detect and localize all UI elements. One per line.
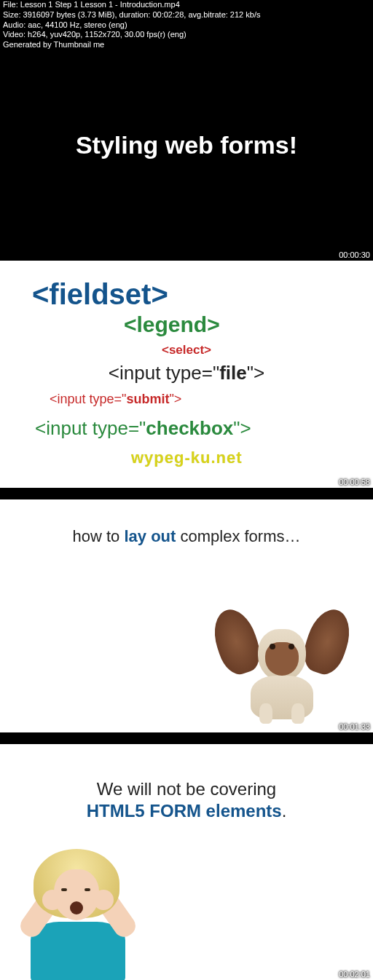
frame-gap-2 xyxy=(0,732,373,744)
meta-size: Size: 3916097 bytes (3.73 MiB), duration… xyxy=(3,10,260,20)
thumbnail-frame-3: how to lay out complex forms… 00:01:33 xyxy=(0,499,373,732)
thumbnail-frame-4: We will not be covering HTML5 FORM eleme… xyxy=(0,744,373,980)
dog-image xyxy=(220,609,344,725)
woman-hand-left xyxy=(42,890,63,910)
dog-ear-left xyxy=(207,604,265,679)
code-file-post: "> xyxy=(247,362,264,384)
layout-text: how to lay out complex forms… xyxy=(15,527,358,546)
code-submit-bold: submit xyxy=(126,392,169,406)
woman-eye-right xyxy=(85,888,90,891)
thumbnail-frame-2: <fieldset> <legend> <select> <input type… xyxy=(0,261,373,488)
slide-title: Styling web forms! xyxy=(76,131,297,159)
dog-ear-right xyxy=(298,604,356,679)
layout-post: complex forms… xyxy=(176,527,300,545)
woman-mouth xyxy=(70,901,83,914)
woman-image xyxy=(9,849,147,980)
dog-eyes xyxy=(267,644,297,651)
notcover-line1: We will not be covering xyxy=(15,779,358,799)
code-checkbox-post: "> xyxy=(233,417,251,439)
notcover-line2: HTML5 FORM elements. xyxy=(15,801,358,821)
code-select: <select> xyxy=(15,343,358,357)
code-checkbox-bold: checkbox xyxy=(146,417,233,439)
meta-audio: Audio: aac, 44100 Hz, stereo (eng) xyxy=(3,20,260,31)
code-fieldset: <fieldset> xyxy=(32,278,358,311)
code-file-pre: <input type=" xyxy=(109,362,219,384)
meta-video: Video: h264, yuv420p, 1152x720, 30.00 fp… xyxy=(3,30,260,40)
code-file-bold: file xyxy=(219,362,247,384)
code-checkbox-pre: <input type=" xyxy=(35,417,146,439)
timestamp-3: 00:01:33 xyxy=(339,722,370,731)
code-input-checkbox: <input type="checkbox"> xyxy=(35,417,358,440)
layout-bold: lay out xyxy=(124,527,176,545)
woman-eye-left xyxy=(61,888,67,891)
meta-file: File: Lesson 1 Step 1 Lesson 1 - Introdu… xyxy=(3,0,260,10)
timestamp-2: 00:00:58 xyxy=(339,478,370,486)
meta-generated: Generated by Thumbnail me xyxy=(3,40,260,50)
dog-body xyxy=(251,676,313,719)
code-submit-post: "> xyxy=(169,392,181,406)
file-metadata: File: Lesson 1 Step 1 Lesson 1 - Introdu… xyxy=(3,0,260,50)
timestamp-1: 00:00:30 xyxy=(339,250,370,259)
code-input-submit: <input type="submit"> xyxy=(50,392,358,407)
code-legend: <legend> xyxy=(124,312,358,337)
timestamp-4: 00:02:01 xyxy=(339,970,370,979)
notcover-bold: HTML5 FORM elements xyxy=(87,801,282,821)
layout-pre: how to xyxy=(73,527,125,545)
frame-gap-1 xyxy=(0,488,373,499)
code-input-file: <input type="file"> xyxy=(15,362,358,384)
watermark-text: wypeg-ku.net xyxy=(131,448,243,467)
notcover-post: . xyxy=(282,801,287,821)
code-submit-pre: <input type=" xyxy=(50,392,126,406)
woman-torso xyxy=(31,922,125,980)
woman-hand-right xyxy=(93,890,114,910)
